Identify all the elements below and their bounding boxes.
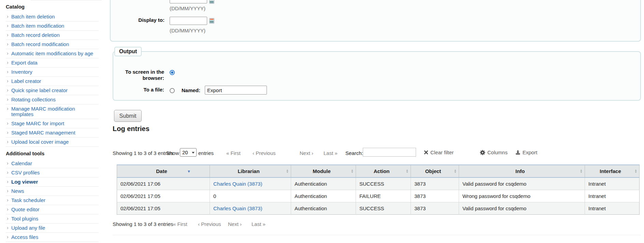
sidebar-link[interactable]: Upload any file <box>11 225 45 231</box>
sidebar-link[interactable]: Export data <box>11 60 38 66</box>
sidebar-item-label-creator: ›Label creator <box>6 77 99 86</box>
column-header-object[interactable]: Object▲▼ <box>411 165 459 177</box>
output-legend: Output <box>114 47 142 56</box>
sidebar-link[interactable]: Quick spine label creator <box>11 87 68 93</box>
pagination-last-button-bottom[interactable]: Last » <box>252 221 266 227</box>
chevron-right-icon: › <box>7 106 9 111</box>
sidebar-link[interactable]: Batch record deletion <box>11 32 60 38</box>
sidebar-link[interactable]: Task scheduler <box>11 197 45 203</box>
sidebar-link[interactable]: Manage MARC modification templates <box>11 106 78 117</box>
cell-object: 3873 <box>411 202 459 214</box>
chevron-right-icon: › <box>7 41 9 47</box>
chevron-right-icon: › <box>7 197 9 203</box>
column-header-librarian[interactable]: Librarian▲▼ <box>210 165 291 177</box>
sidebar-link[interactable]: Automatic item modifications by age <box>11 51 93 56</box>
column-header-info[interactable]: Info▲▼ <box>459 165 585 177</box>
to-screen-radio[interactable] <box>170 70 175 75</box>
export-label: Export <box>523 149 537 155</box>
sidebar-section-title-catalog: Catalog <box>6 4 102 10</box>
sidebar-link[interactable]: Inventory <box>11 69 32 75</box>
sort-icon: ▲▼ <box>454 169 457 173</box>
search-input[interactable] <box>363 148 416 157</box>
pagination-next-button[interactable]: Next › <box>300 150 313 156</box>
sidebar-link[interactable]: Label creator <box>11 78 41 84</box>
pagination-previous-button-bottom[interactable]: ‹ Previous <box>198 221 221 227</box>
pagination-first-button-bottom[interactable]: « First <box>173 221 187 227</box>
sidebar-link-active[interactable]: Log viewer <box>11 179 38 185</box>
sidebar-item-staged-marc-management: ›Staged MARC management <box>6 128 99 138</box>
page-size-value: 20 <box>182 149 188 155</box>
sort-icon: ▲▼ <box>580 169 583 173</box>
cell-interface: Intranet <box>585 202 640 214</box>
cell-librarian: Charles Quain (3873) <box>210 177 291 190</box>
to-file-radio[interactable] <box>170 88 175 93</box>
sidebar-link[interactable]: Rotating collections <box>11 97 56 102</box>
display-to-input[interactable] <box>170 17 207 25</box>
log-entries-heading: Log entries <box>113 125 149 133</box>
display-from-input[interactable] <box>170 0 207 3</box>
cell-librarian: 0 <box>210 190 291 202</box>
date-format-hint: (DD/MM/YYYY) <box>170 28 205 33</box>
clear-filter-button[interactable]: Clear filter <box>424 149 454 155</box>
cell-date: 02/06/2021 17:06 <box>117 177 210 190</box>
column-header-interface[interactable]: Interface▲▼ <box>585 165 640 177</box>
librarian-link[interactable]: Charles Quain (3873) <box>213 205 262 211</box>
sidebar-link[interactable]: Batch item deletion <box>11 14 55 19</box>
sidebar-item-upload-local-cover-image: ›Upload local cover image <box>6 138 99 147</box>
columns-button[interactable]: Columns <box>480 149 507 155</box>
submit-button[interactable]: Submit <box>114 110 142 122</box>
log-viewer-page: Catalog ›Batch item deletion ›Batch item… <box>0 0 644 243</box>
column-header-action[interactable]: Action▲▼ <box>356 165 411 177</box>
sidebar-link[interactable]: Access files <box>11 234 38 240</box>
sidebar-link[interactable]: Batch item modification <box>11 23 64 29</box>
export-button[interactable]: Export <box>515 149 537 155</box>
column-header-date[interactable]: Date▼ <box>117 165 210 177</box>
cell-librarian: Charles Quain (3873) <box>210 202 291 214</box>
column-header-module[interactable]: Module▲▼ <box>291 165 356 177</box>
pagination-previous-button[interactable]: ‹ Previous <box>253 150 276 156</box>
sidebar-item-rotating-collections: ›Rotating collections <box>6 95 99 104</box>
sidebar-link[interactable]: Stage MARC for import <box>11 120 64 126</box>
sidebar-item-batch-record-deletion: ›Batch record deletion <box>6 31 99 40</box>
librarian-link[interactable]: Charles Quain (3873) <box>213 181 262 187</box>
calendar-icon[interactable] <box>209 18 214 24</box>
sidebar-link[interactable]: Batch record modification <box>11 41 69 47</box>
log-entries-table: Date▼ Librarian▲▼ Module▲▼ Action▲▼ Obje… <box>117 165 640 215</box>
sidebar-link[interactable]: Staged MARC management <box>11 130 75 135</box>
pagination-next-button-bottom[interactable]: Next › <box>228 221 242 227</box>
sidebar-item-calendar: ›Calendar <box>6 159 99 168</box>
chevron-right-icon: › <box>7 170 9 175</box>
sidebar-item-news: ›News <box>6 187 99 196</box>
sort-icon: ▲▼ <box>406 169 409 173</box>
search-label: Search: <box>345 150 363 156</box>
file-name-input[interactable] <box>205 86 267 95</box>
sidebar-link[interactable]: News <box>11 188 24 194</box>
cell-info: Wrong password for csqdemo <box>459 190 585 202</box>
column-header-label: Interface <box>600 168 621 174</box>
calendar-icon[interactable] <box>209 0 214 4</box>
page-size-select[interactable]: 20 <box>180 148 197 157</box>
sidebar-link[interactable]: CSV profiles <box>11 170 40 175</box>
table-header-row: Date▼ Librarian▲▼ Module▲▼ Action▲▼ Obje… <box>117 165 640 177</box>
sidebar-item-access-files: ›Access files <box>6 233 99 242</box>
sidebar-item-inventory: ›Inventory <box>6 68 99 77</box>
pagination-first-button[interactable]: « First <box>226 150 241 156</box>
chevron-right-icon: › <box>7 206 9 212</box>
sidebar-link[interactable]: Calendar <box>11 160 32 166</box>
chevron-right-icon: › <box>7 216 9 221</box>
pagination-last-button[interactable]: Last » <box>324 150 338 156</box>
table-row: 02/06/2021 17:06 Charles Quain (3873) Au… <box>117 177 640 190</box>
table-row: 02/06/2021 17:05 Charles Quain (3873) Au… <box>117 202 640 214</box>
cell-info: Valid password for csqdemo <box>459 202 585 214</box>
chevron-right-icon: › <box>7 78 9 84</box>
date-format-hint: (DD/MM/YYYY) <box>170 5 205 11</box>
column-header-label: Object <box>425 168 441 174</box>
clear-x-icon <box>424 150 428 155</box>
chevron-right-icon: › <box>7 130 9 135</box>
sidebar-link[interactable]: Tool plugins <box>11 216 38 221</box>
sidebar-link[interactable]: Upload local cover image <box>11 139 69 145</box>
chevron-right-icon: › <box>7 51 9 56</box>
sidebar-link[interactable]: Quote editor <box>11 206 40 212</box>
sidebar-item-manage-marc-templates: ›Manage MARC modification templates <box>6 104 99 119</box>
sidebar: Catalog ›Batch item deletion ›Batch item… <box>0 0 102 242</box>
